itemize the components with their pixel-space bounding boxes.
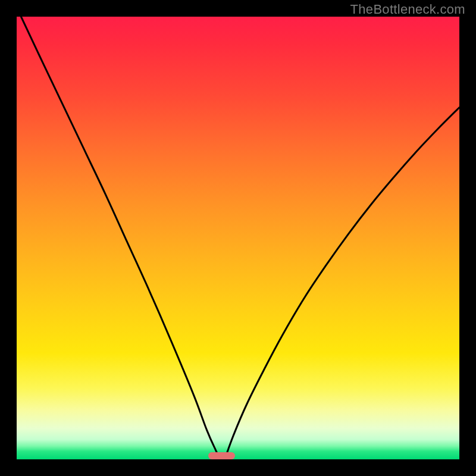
chart-container: TheBottleneck.com [0, 0, 476, 476]
watermark-text: TheBottleneck.com [350, 2, 465, 17]
baseline-marker [208, 452, 235, 459]
right-curve [225, 108, 459, 459]
curves-svg [17, 17, 459, 459]
plot-area [17, 17, 459, 459]
left-curve [21, 17, 220, 459]
